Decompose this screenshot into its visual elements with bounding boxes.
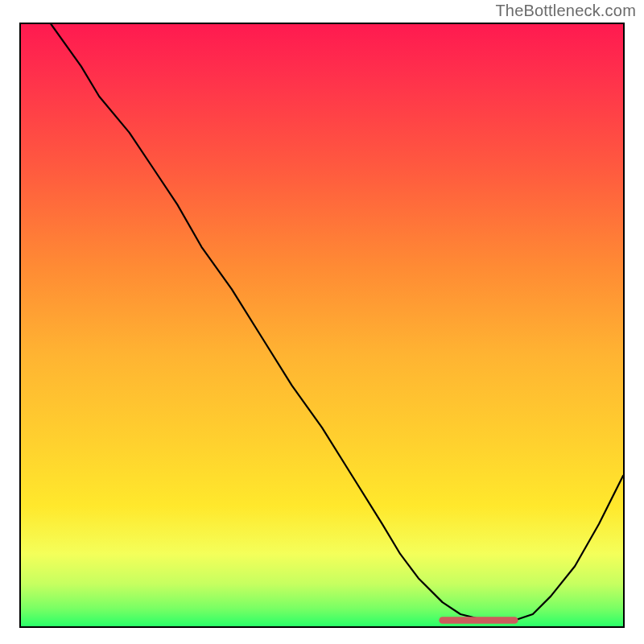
- attribution-label: TheBottleneck.com: [495, 2, 636, 20]
- chart-container: TheBottleneck.com: [0, 0, 644, 644]
- bottleneck-curve: [51, 24, 623, 621]
- chart-svg: [21, 24, 623, 626]
- plot-area: [19, 23, 625, 628]
